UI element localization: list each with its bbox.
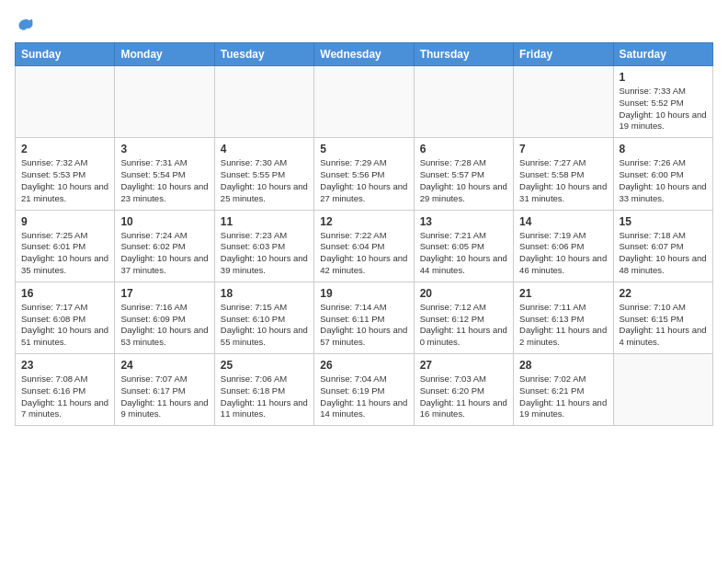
calendar-day-cell: 6Sunrise: 7:28 AM Sunset: 5:57 PM Daylig… [414,138,513,210]
day-info: Sunrise: 7:04 AM Sunset: 6:19 PM Dayligh… [320,373,407,420]
calendar-day-cell [115,66,214,138]
day-info: Sunrise: 7:33 AM Sunset: 5:52 PM Dayligh… [620,86,707,132]
calendar-day-cell [214,66,313,138]
day-number: 5 [320,143,407,155]
calendar-week-row: 1Sunrise: 7:33 AM Sunset: 5:52 PM Daylig… [16,66,713,138]
day-info: Sunrise: 7:15 AM Sunset: 6:10 PM Dayligh… [221,302,308,349]
calendar-day-header: Wednesday [314,43,414,66]
calendar-day-header: Saturday [613,43,712,66]
day-info: Sunrise: 7:21 AM Sunset: 6:05 PM Dayligh… [420,230,507,277]
calendar-day-cell [314,66,414,138]
day-info: Sunrise: 7:25 AM Sunset: 6:01 PM Dayligh… [21,230,108,277]
logo-bird-icon [17,15,35,33]
calendar-day-cell: 19Sunrise: 7:14 AM Sunset: 6:11 PM Dayli… [314,282,414,353]
day-info: Sunrise: 7:10 AM Sunset: 6:15 PM Dayligh… [620,302,707,349]
calendar-day-cell: 8Sunrise: 7:26 AM Sunset: 6:00 PM Daylig… [613,138,712,210]
day-info: Sunrise: 7:07 AM Sunset: 6:17 PM Dayligh… [120,373,208,420]
day-info: Sunrise: 7:31 AM Sunset: 5:54 PM Dayligh… [120,157,208,204]
calendar-day-cell: 10Sunrise: 7:24 AM Sunset: 6:02 PM Dayli… [115,210,214,282]
calendar-day-cell: 26Sunrise: 7:04 AM Sunset: 6:19 PM Dayli… [314,354,414,426]
day-number: 24 [120,359,208,372]
day-number: 6 [420,143,507,155]
day-info: Sunrise: 7:27 AM Sunset: 5:58 PM Dayligh… [519,157,607,204]
calendar-day-cell [613,354,712,426]
day-number: 21 [519,287,607,300]
calendar-day-cell: 22Sunrise: 7:10 AM Sunset: 6:15 PM Dayli… [613,282,712,353]
day-number: 4 [221,143,308,155]
day-number: 7 [519,143,607,155]
calendar-day-cell: 21Sunrise: 7:11 AM Sunset: 6:13 PM Dayli… [514,282,613,353]
calendar-day-cell: 16Sunrise: 7:17 AM Sunset: 6:08 PM Dayli… [16,282,115,353]
day-number: 25 [221,359,308,372]
calendar-day-cell: 4Sunrise: 7:30 AM Sunset: 5:55 PM Daylig… [214,138,313,210]
calendar-day-cell: 5Sunrise: 7:29 AM Sunset: 5:56 PM Daylig… [314,138,414,210]
day-info: Sunrise: 7:24 AM Sunset: 6:02 PM Dayligh… [120,230,208,277]
calendar-day-header: Tuesday [214,43,313,66]
calendar-day-cell: 25Sunrise: 7:06 AM Sunset: 6:18 PM Dayli… [214,354,313,426]
day-number: 3 [120,143,208,155]
day-number: 14 [519,215,607,228]
calendar-day-header: Monday [115,43,214,66]
calendar-day-cell [514,66,613,138]
day-number: 27 [420,359,507,372]
calendar-week-row: 23Sunrise: 7:08 AM Sunset: 6:16 PM Dayli… [16,354,713,426]
calendar-day-cell: 18Sunrise: 7:15 AM Sunset: 6:10 PM Dayli… [214,282,313,353]
day-number: 12 [320,215,407,228]
day-info: Sunrise: 7:18 AM Sunset: 6:07 PM Dayligh… [620,230,707,277]
day-info: Sunrise: 7:14 AM Sunset: 6:11 PM Dayligh… [320,302,407,349]
page-header [15,15,713,33]
day-number: 11 [221,215,308,228]
calendar-day-cell: 13Sunrise: 7:21 AM Sunset: 6:05 PM Dayli… [414,210,513,282]
day-number: 28 [519,359,607,372]
calendar-day-cell: 27Sunrise: 7:03 AM Sunset: 6:20 PM Dayli… [414,354,513,426]
day-info: Sunrise: 7:29 AM Sunset: 5:56 PM Dayligh… [320,157,407,204]
day-info: Sunrise: 7:32 AM Sunset: 5:53 PM Dayligh… [21,157,108,204]
day-info: Sunrise: 7:02 AM Sunset: 6:21 PM Dayligh… [519,373,607,420]
day-number: 26 [320,359,407,372]
calendar-day-cell: 14Sunrise: 7:19 AM Sunset: 6:06 PM Dayli… [514,210,613,282]
calendar-day-cell: 24Sunrise: 7:07 AM Sunset: 6:17 PM Dayli… [115,354,214,426]
calendar-day-cell: 3Sunrise: 7:31 AM Sunset: 5:54 PM Daylig… [115,138,214,210]
calendar-table: SundayMondayTuesdayWednesdayThursdayFrid… [15,42,713,426]
calendar-day-header: Friday [514,43,613,66]
calendar-day-cell: 20Sunrise: 7:12 AM Sunset: 6:12 PM Dayli… [414,282,513,353]
day-number: 16 [21,287,108,300]
day-number: 15 [620,215,707,228]
day-info: Sunrise: 7:08 AM Sunset: 6:16 PM Dayligh… [21,373,108,420]
day-number: 18 [221,287,308,300]
day-info: Sunrise: 7:12 AM Sunset: 6:12 PM Dayligh… [420,302,507,349]
day-info: Sunrise: 7:23 AM Sunset: 6:03 PM Dayligh… [221,230,308,277]
day-number: 1 [620,71,707,84]
calendar-day-cell: 17Sunrise: 7:16 AM Sunset: 6:09 PM Dayli… [115,282,214,353]
calendar-day-header: Sunday [16,43,115,66]
calendar-day-header: Thursday [414,43,513,66]
calendar-day-cell: 15Sunrise: 7:18 AM Sunset: 6:07 PM Dayli… [613,210,712,282]
day-info: Sunrise: 7:11 AM Sunset: 6:13 PM Dayligh… [519,302,607,349]
calendar-day-cell: 1Sunrise: 7:33 AM Sunset: 5:52 PM Daylig… [613,66,712,138]
day-number: 17 [120,287,208,300]
day-info: Sunrise: 7:16 AM Sunset: 6:09 PM Dayligh… [120,302,208,349]
logo [15,15,35,33]
day-number: 19 [320,287,407,300]
day-info: Sunrise: 7:19 AM Sunset: 6:06 PM Dayligh… [519,230,607,277]
day-info: Sunrise: 7:22 AM Sunset: 6:04 PM Dayligh… [320,230,407,277]
calendar-day-cell: 7Sunrise: 7:27 AM Sunset: 5:58 PM Daylig… [514,138,613,210]
calendar-day-cell [16,66,115,138]
day-info: Sunrise: 7:17 AM Sunset: 6:08 PM Dayligh… [21,302,108,349]
calendar-day-cell [414,66,513,138]
day-number: 20 [420,287,507,300]
day-number: 23 [21,359,108,372]
day-number: 8 [620,143,707,155]
calendar-day-cell: 28Sunrise: 7:02 AM Sunset: 6:21 PM Dayli… [514,354,613,426]
calendar-day-cell: 9Sunrise: 7:25 AM Sunset: 6:01 PM Daylig… [16,210,115,282]
day-info: Sunrise: 7:06 AM Sunset: 6:18 PM Dayligh… [221,373,308,420]
calendar-day-cell: 12Sunrise: 7:22 AM Sunset: 6:04 PM Dayli… [314,210,414,282]
calendar-week-row: 2Sunrise: 7:32 AM Sunset: 5:53 PM Daylig… [16,138,713,210]
calendar-week-row: 16Sunrise: 7:17 AM Sunset: 6:08 PM Dayli… [16,282,713,353]
day-info: Sunrise: 7:30 AM Sunset: 5:55 PM Dayligh… [221,157,308,204]
day-number: 2 [21,143,108,155]
day-number: 13 [420,215,507,228]
day-number: 10 [120,215,208,228]
calendar-week-row: 9Sunrise: 7:25 AM Sunset: 6:01 PM Daylig… [16,210,713,282]
day-info: Sunrise: 7:26 AM Sunset: 6:00 PM Dayligh… [620,157,707,204]
